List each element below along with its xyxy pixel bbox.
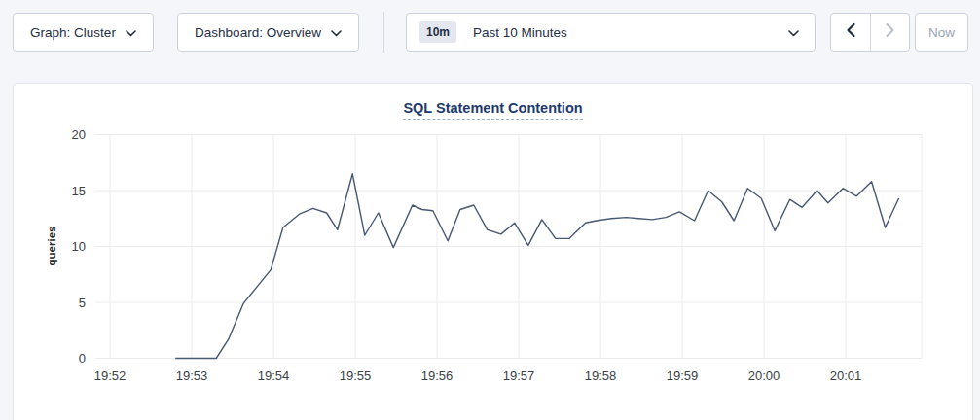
- graph-dropdown[interactable]: Graph: Cluster: [13, 13, 154, 52]
- dashboard-dropdown-label: Dashboard: Overview: [195, 25, 321, 40]
- prev-time-button[interactable]: [831, 14, 870, 51]
- chevron-down-icon: [788, 23, 799, 41]
- sql-contention-chart: 0510152019:5219:5319:5419:5519:5619:5719…: [0, 0, 980, 420]
- header-divider: [383, 12, 384, 52]
- time-nav-group: [830, 13, 910, 52]
- chart-plot-area[interactable]: [95, 135, 922, 359]
- chevron-right-icon: [885, 22, 895, 42]
- dashboard-dropdown[interactable]: Dashboard: Overview: [177, 13, 359, 52]
- next-time-button[interactable]: [870, 14, 909, 51]
- chevron-left-icon: [846, 22, 856, 42]
- now-button-label: Now: [928, 25, 955, 40]
- chart-title[interactable]: SQL Statement Contention: [403, 100, 582, 120]
- chart-title-row: SQL Statement Contention: [14, 99, 972, 120]
- time-range-dropdown[interactable]: 10m Past 10 Minutes: [406, 13, 816, 52]
- chevron-down-icon: [331, 25, 342, 40]
- graph-dropdown-label: Graph: Cluster: [30, 25, 116, 40]
- chevron-down-icon: [126, 25, 136, 40]
- time-range-label: Past 10 Minutes: [473, 25, 567, 40]
- now-button[interactable]: Now: [915, 13, 968, 52]
- time-range-badge: 10m: [419, 21, 456, 43]
